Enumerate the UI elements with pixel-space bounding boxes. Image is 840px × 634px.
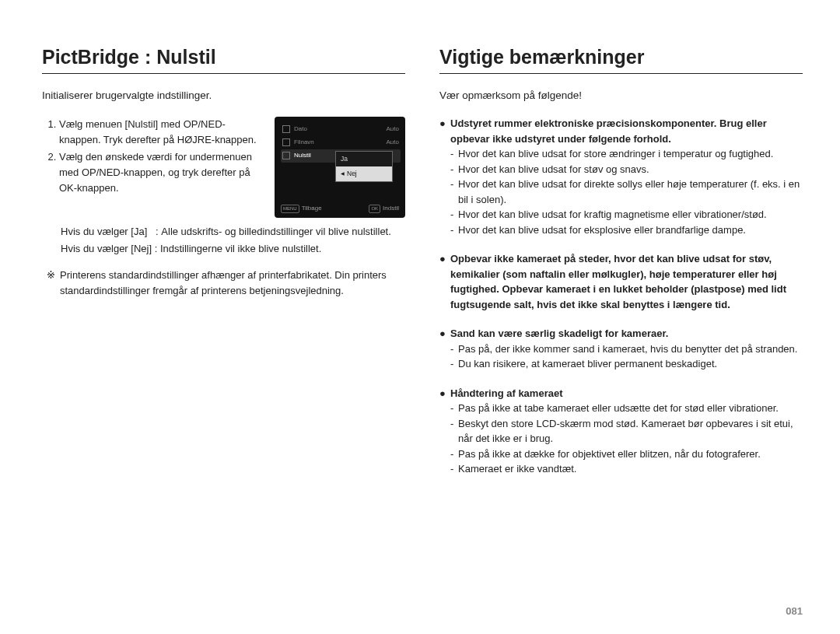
reset-icon bbox=[282, 152, 290, 159]
bullet-item: ● Håndtering af kameraet -Pas på ikke at… bbox=[439, 386, 803, 477]
lcd-footer: MENUTilbage OKIndstil bbox=[281, 204, 399, 213]
bullet-head: ● Opbevar ikke kameraet på steder, hvor … bbox=[439, 251, 803, 312]
bullet-item: ● Opbevar ikke kameraet på steder, hvor … bbox=[439, 251, 803, 312]
note-text: Printerens standardindstillinger afhænge… bbox=[60, 268, 405, 299]
dash-item: -Beskyt den store LCD-skærm mod stød. Ka… bbox=[450, 416, 803, 447]
result-no-label: Hvis du vælger [Nej] : bbox=[61, 241, 160, 257]
ok-badge: OK bbox=[369, 205, 380, 213]
dash-list: -Pas på, der ikke kommer sand i kameraet… bbox=[439, 342, 803, 372]
calendar-icon bbox=[282, 125, 290, 133]
dash-item: -Pas på ikke at dække for objektivet ell… bbox=[450, 447, 803, 462]
dash-item: -Hvor det kan blive udsat for kraftig ma… bbox=[450, 207, 803, 222]
dash-item: -Pas på, der ikke kommer sand i kameraet… bbox=[450, 342, 803, 357]
lcd-sub-item: Ja bbox=[336, 152, 392, 166]
left-intro: Initialiserer brugervalgte indstillinger… bbox=[42, 88, 405, 104]
lcd-sub-label: Nej bbox=[347, 169, 357, 179]
dash-list: -Pas på ikke at tabe kameraet eller udsæ… bbox=[439, 401, 803, 477]
dash-item: -Pas på ikke at tabe kameraet eller udsæ… bbox=[450, 401, 803, 416]
bullet-item: ● Sand kan være særlig skadeligt for kam… bbox=[439, 326, 803, 372]
file-icon bbox=[282, 138, 290, 146]
lcd-label: Dato bbox=[294, 124, 307, 134]
dash-item: -Du kan risikere, at kameraet bliver per… bbox=[450, 356, 803, 372]
right-column: Vigtige bemærkninger Vær opmærksom på fø… bbox=[439, 45, 803, 611]
dash-item: -Hvor det kan blive udsat for direkte so… bbox=[450, 177, 803, 207]
lcd-row: Dato Auto bbox=[281, 123, 401, 136]
result-block: Hvis du vælger [Ja] : Alle udskrifts- og… bbox=[42, 224, 405, 257]
result-yes-text: Alle udskrifts- og billedindstillinger v… bbox=[161, 224, 405, 240]
result-yes-label: Hvis du vælger [Ja] : bbox=[61, 224, 161, 240]
lcd-label: Nulstil bbox=[294, 151, 311, 160]
lcd-row: Filnavn Auto bbox=[281, 136, 401, 149]
bullet-dot-icon: ● bbox=[439, 386, 450, 401]
bullet-head-text: Sand kan være særlig skadeligt for kamer… bbox=[450, 326, 668, 342]
right-body: Vær opmærksom på følgende! ● Udstyret ru… bbox=[439, 88, 803, 477]
page-number: 081 bbox=[786, 605, 803, 617]
title-rule bbox=[42, 73, 405, 74]
left-body: Initialiserer brugervalgte indstillinger… bbox=[42, 88, 405, 299]
dash-item: -Kameraet er ikke vandtæt. bbox=[450, 461, 803, 477]
dash-item: -Hvor det kan blive udsat for støv og sn… bbox=[450, 162, 803, 177]
camera-lcd-screenshot: Dato Auto Filnavn Auto Nulstil Ja Nej bbox=[275, 117, 405, 218]
left-column: PictBridge : Nulstil Initialiserer bruge… bbox=[42, 45, 405, 611]
bullets-list: ● Udstyret rummer elektroniske præcision… bbox=[439, 116, 803, 477]
lcd-footer-back: MENUTilbage bbox=[281, 204, 322, 213]
result-yes: Hvis du vælger [Ja] : Alle udskrifts- og… bbox=[61, 224, 405, 240]
manual-page: PictBridge : Nulstil Initialiserer bruge… bbox=[0, 0, 840, 634]
lcd-footer-set: OKIndstil bbox=[369, 204, 399, 213]
result-no: Hvis du vælger [Nej] : Indstillingerne v… bbox=[61, 241, 405, 257]
lcd-sub-item-selected: Nej bbox=[336, 166, 392, 181]
dash-item: -Hvor det kan blive udsat for store ændr… bbox=[450, 146, 803, 162]
printer-note: ※ Printerens standardindstillinger afhæn… bbox=[42, 268, 405, 299]
lcd-label: Filnavn bbox=[294, 138, 314, 147]
note-symbol: ※ bbox=[47, 268, 60, 299]
dash-list: -Hvor det kan blive udsat for store ændr… bbox=[439, 146, 803, 237]
lcd-value: Auto bbox=[387, 138, 399, 147]
menu-badge: MENU bbox=[281, 205, 299, 213]
right-intro: Vær opmærksom på følgende! bbox=[439, 88, 803, 103]
bullet-item: ● Udstyret rummer elektroniske præcision… bbox=[439, 116, 803, 237]
bullet-head-text: Udstyret rummer elektroniske præcisionsk… bbox=[450, 116, 803, 146]
right-title: Vigtige bemærkninger bbox=[439, 45, 803, 68]
bullet-dot-icon: ● bbox=[439, 251, 450, 312]
bullet-head: ● Håndtering af kameraet bbox=[439, 386, 803, 401]
bullet-head: ● Udstyret rummer elektroniske præcision… bbox=[439, 116, 803, 146]
dash-item: -Hvor det kan blive udsat for eksplosive… bbox=[450, 222, 803, 238]
lcd-submenu: Ja Nej bbox=[335, 151, 393, 182]
bullet-head-text: Opbevar ikke kameraet på steder, hvor de… bbox=[450, 251, 803, 312]
result-no-text: Indstillingerne vil ikke blive nulstille… bbox=[160, 241, 405, 257]
bullet-dot-icon: ● bbox=[439, 116, 450, 146]
title-rule bbox=[439, 73, 803, 74]
bullet-head-text: Håndtering af kameraet bbox=[450, 386, 563, 401]
bullet-head: ● Sand kan være særlig skadeligt for kam… bbox=[439, 326, 803, 342]
left-title: PictBridge : Nulstil bbox=[42, 45, 405, 68]
bullet-dot-icon: ● bbox=[439, 326, 450, 342]
lcd-value: Auto bbox=[387, 124, 399, 134]
